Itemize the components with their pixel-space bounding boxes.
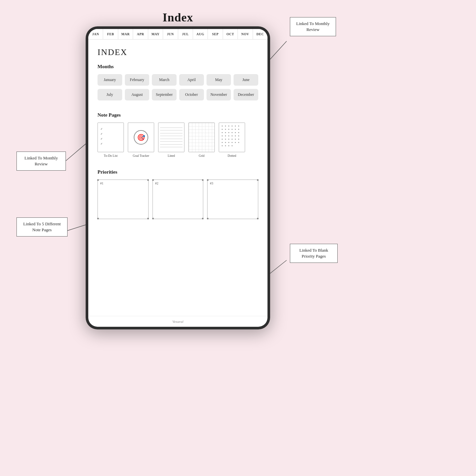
month-tab-feb[interactable]: FEB [103, 29, 118, 39]
corner-bl [152, 218, 154, 219]
month-btn-june[interactable]: June [234, 74, 258, 86]
corner-br [147, 218, 149, 219]
dot [238, 142, 239, 143]
dot [225, 126, 226, 126]
tablet-footer: Vexaral [88, 316, 267, 327]
months-row-2: JulyAugustSeptemberOctoberNovemberDecemb… [98, 89, 258, 100]
dotted-card-box [219, 123, 245, 152]
note-card-todo[interactable]: ✓ ✓ ✓ ✓ To-Do List [98, 123, 124, 157]
month-tab-mar[interactable]: MAR [118, 29, 133, 39]
dot [235, 139, 236, 140]
priority-box-3[interactable]: #3 [207, 180, 258, 219]
dot [228, 135, 229, 136]
dot [235, 142, 236, 143]
note-card-lined[interactable]: Lined [158, 123, 184, 157]
month-btn-august[interactable]: August [125, 89, 150, 100]
month-tab-bar: JANFEBMARAPRMAYJUNJULAUGSEPOCTNOVDEC [88, 29, 267, 40]
annotation-right-priorities: Linked To Blank Priority Pages [290, 244, 338, 263]
priorities-section: Priorities #1#2#3 [98, 169, 258, 219]
corner-tl [207, 179, 209, 181]
svg-line-1 [66, 142, 88, 161]
corner-tl [97, 179, 99, 181]
month-tab-jul[interactable]: JUL [178, 29, 193, 39]
annotation-left-monthly: Linked To Monthly Review [16, 152, 66, 171]
dot [225, 129, 226, 130]
month-tab-jan[interactable]: JAN [88, 29, 103, 39]
dotted-paper-icon [219, 123, 245, 152]
dot [222, 132, 223, 133]
dot [225, 135, 226, 136]
corner-tr [257, 179, 259, 181]
month-tab-aug[interactable]: AUG [193, 29, 208, 39]
month-btn-january[interactable]: January [98, 74, 122, 86]
priority-box-1[interactable]: #1 [98, 180, 149, 219]
corner-tr [147, 179, 149, 181]
month-btn-october[interactable]: October [179, 89, 204, 100]
grid-paper-icon [189, 123, 214, 152]
svg-line-2 [68, 224, 88, 231]
month-btn-july[interactable]: July [98, 89, 122, 100]
dot [222, 139, 223, 140]
month-tab-sep[interactable]: SEP [208, 29, 223, 39]
todo-label: To-Do List [104, 154, 118, 157]
dot [235, 132, 236, 133]
dot [228, 132, 229, 133]
priority-box-2[interactable]: #2 [153, 180, 204, 219]
svg-rect-4 [189, 123, 214, 152]
corner-br [257, 218, 259, 219]
dot [228, 142, 229, 143]
note-card-dotted[interactable]: Dotted [219, 123, 245, 157]
month-tab-apr[interactable]: APR [133, 29, 148, 39]
annotation-top-right: Linked To Monthly Review [290, 17, 336, 36]
index-heading: INDEX [98, 47, 258, 57]
dot [238, 129, 239, 130]
dot [232, 135, 233, 136]
dot [232, 139, 233, 140]
month-tab-oct[interactable]: OCT [223, 29, 238, 39]
grid-label: Grid [199, 154, 204, 157]
month-tab-nov[interactable]: NOV [238, 29, 253, 39]
month-btn-september[interactable]: September [152, 89, 177, 100]
goal-card-box: 🎯 [128, 123, 154, 152]
priorities-title: Priorities [98, 169, 258, 175]
note-pages-grid: ✓ ✓ ✓ ✓ To-Do List 🎯 Goal [98, 123, 258, 157]
dot [225, 145, 226, 146]
month-btn-december[interactable]: December [234, 89, 258, 100]
svg-line-3 [270, 260, 287, 273]
note-card-goal[interactable]: 🎯 Goal Tracker [128, 123, 154, 157]
corner-br [202, 218, 204, 219]
month-tab-dec[interactable]: DEC [253, 29, 267, 39]
dot [238, 126, 239, 126]
dot [222, 142, 223, 143]
tablet-screen: JANFEBMARAPRMAYJUNJULAUGSEPOCTNOVDEC IND… [88, 29, 267, 327]
note-card-grid[interactable]: Grid [188, 123, 215, 157]
month-btn-november[interactable]: November [207, 89, 231, 100]
goal-tracker-icon: 🎯 [134, 130, 148, 145]
dot [225, 132, 226, 133]
months-section: Months JanuaryFebruaryMarchAprilMayJune … [98, 64, 258, 100]
dot [232, 126, 233, 126]
months-section-title: Months [98, 64, 258, 70]
month-btn-april[interactable]: April [179, 74, 204, 86]
corner-bl [97, 218, 99, 219]
dot [232, 142, 233, 143]
note-pages-title: Note Pages [98, 112, 258, 118]
dot [222, 126, 223, 126]
month-tab-jun[interactable]: JUN [163, 29, 178, 39]
month-btn-may[interactable]: May [207, 74, 231, 86]
dot [238, 132, 239, 133]
priority-label: #1 [100, 182, 103, 185]
month-btn-march[interactable]: March [152, 74, 177, 86]
grid-card-box [188, 123, 215, 152]
todo-card-box: ✓ ✓ ✓ ✓ [98, 123, 124, 152]
priorities-grid: #1#2#3 [98, 180, 258, 219]
month-tab-may[interactable]: MAY [148, 29, 163, 39]
dot [228, 145, 229, 146]
lined-card-box [158, 123, 184, 152]
dot [228, 139, 229, 140]
dot [222, 135, 223, 136]
month-btn-february[interactable]: February [125, 74, 150, 86]
dotted-label: Dotted [228, 154, 236, 157]
corner-bl [207, 218, 209, 219]
corner-tr [202, 179, 204, 181]
